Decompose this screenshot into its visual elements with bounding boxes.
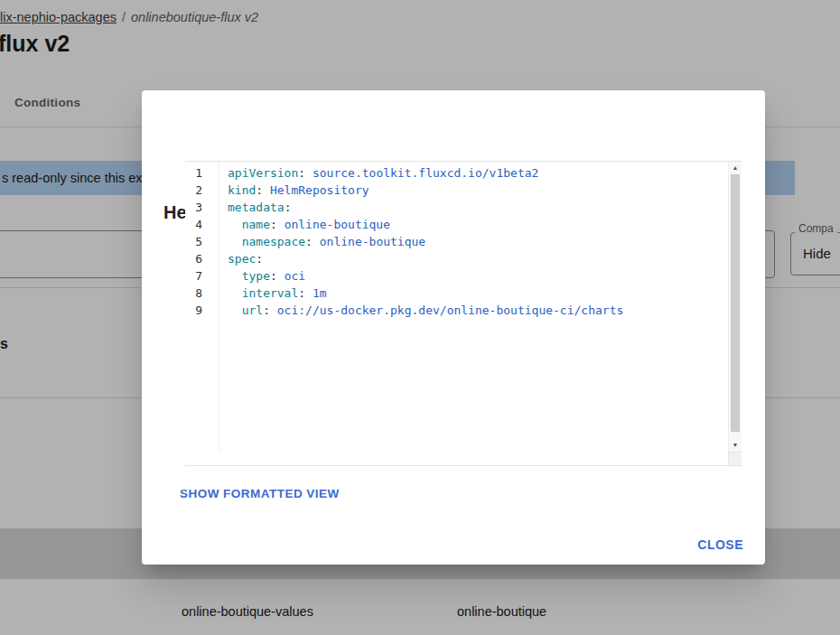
vertical-scrollbar[interactable]: ▲ ▼: [728, 162, 742, 452]
close-button[interactable]: CLOSE: [690, 532, 751, 557]
resource-viewer-dialog: HelmRepository online-boutique 123456789…: [142, 90, 765, 565]
yaml-editor: 123456789 apiVersion: source.toolkit.flu…: [185, 161, 742, 466]
editor-gutter: 123456789: [185, 162, 219, 452]
scroll-down-icon[interactable]: ▼: [729, 439, 742, 452]
scroll-up-icon[interactable]: ▲: [729, 162, 742, 174]
app-window: lix-nephio-packages/onlineboutique-flux …: [0, 0, 840, 635]
scrollbar-thumb[interactable]: [731, 174, 740, 432]
editor-code[interactable]: apiVersion: source.toolkit.fluxcd.io/v1b…: [220, 162, 728, 452]
show-formatted-view-button[interactable]: SHOW FORMATTED VIEW: [173, 481, 347, 506]
scrollbar-corner: [728, 452, 742, 465]
